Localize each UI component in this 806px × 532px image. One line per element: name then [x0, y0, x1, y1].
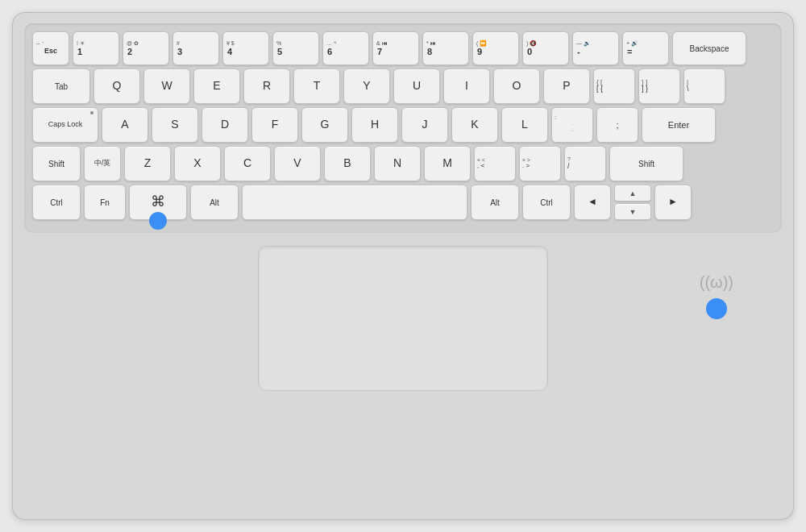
keyboard-area: ~ ` Esc ! ☀ 1 @ ✿ 2 # 3 ¥ $ 4 % 5 [24, 23, 782, 233]
key-w[interactable]: W [143, 69, 190, 104]
key-semicolon[interactable]: ; [596, 107, 638, 143]
key-3[interactable]: # 3 [172, 31, 219, 65]
key-8[interactable]: * ⏭ 8 [422, 31, 469, 65]
key-bracket-left[interactable]: { [ [ { [593, 69, 635, 104]
laptop-body: ~ ` Esc ! ☀ 1 @ ✿ 2 # 3 ¥ $ 4 % 5 [12, 12, 794, 520]
key-s[interactable]: S [152, 107, 198, 143]
key-2[interactable]: @ ✿ 2 [123, 31, 169, 65]
key-zh-en[interactable]: 中/英 [84, 146, 121, 181]
key-arrow-up[interactable]: ▲ [614, 185, 651, 202]
key-arrow-right[interactable]: ► [654, 185, 692, 220]
keyboard-row-5: Ctrl Fn ⌘ Alt Alt Ctrl ◄ [32, 185, 774, 220]
key-alt-left[interactable]: Alt [190, 185, 239, 220]
key-y[interactable]: Y [343, 69, 390, 104]
key-angle-right[interactable]: » > . > [519, 146, 561, 181]
key-7[interactable]: & ⏮ 7 [372, 31, 419, 65]
key-9[interactable]: ( ⏩ 9 [472, 31, 519, 65]
key-j[interactable]: J [401, 107, 448, 143]
key-arrow-down[interactable]: ▼ [614, 203, 651, 220]
key-enter[interactable]: Enter [642, 107, 716, 143]
key-ctrl-left[interactable]: Ctrl [32, 185, 81, 220]
key-space[interactable] [242, 185, 467, 220]
keyboard-row-1: ~ ` Esc ! ☀ 1 @ ✿ 2 # 3 ¥ $ 4 % 5 [32, 31, 774, 65]
key-a[interactable]: A [102, 107, 148, 143]
key-o[interactable]: O [493, 69, 540, 104]
key-caps-lock[interactable]: Caps Lock [32, 107, 98, 143]
key-colon[interactable]: : · · [551, 107, 593, 143]
key-g[interactable]: G [301, 107, 348, 143]
key-shift-left[interactable]: Shift [32, 146, 81, 181]
caps-lock-indicator [90, 111, 93, 114]
key-4[interactable]: ¥ $ 4 [222, 31, 269, 65]
touchpad[interactable] [258, 246, 548, 391]
wifi-icon: ((ω)) [700, 273, 733, 292]
key-l[interactable]: L [501, 107, 548, 143]
key-0[interactable]: ) 🔇 0 [522, 31, 569, 65]
key-angle-left[interactable]: « < , < [474, 146, 516, 181]
key-d[interactable]: D [202, 107, 248, 143]
key-tab[interactable]: Tab [32, 69, 90, 104]
key-backslash[interactable]: | \ [683, 69, 725, 104]
key-equal[interactable]: + 🔊 = [622, 31, 669, 65]
key-v[interactable]: V [274, 146, 321, 181]
fingerprint-blue-dot [706, 298, 727, 319]
key-cmd[interactable]: ⌘ [129, 185, 187, 220]
key-r[interactable]: R [243, 69, 290, 104]
key-esc[interactable]: ~ ` Esc [32, 31, 69, 65]
key-5[interactable]: % 5 [272, 31, 319, 65]
key-t[interactable]: T [293, 69, 340, 104]
key-shift-right[interactable]: Shift [609, 146, 683, 181]
key-q[interactable]: Q [93, 69, 140, 104]
key-h[interactable]: H [351, 107, 398, 143]
keyboard-row-2: Tab Q W E R T Y U I O P { [ [ { } ] ] } … [32, 69, 774, 104]
key-m[interactable]: M [424, 146, 471, 181]
key-p[interactable]: P [543, 69, 590, 104]
keyboard-row-3: Caps Lock A S D F G H J K L : · · ; Ente… [32, 107, 774, 143]
key-updown-group: ▲ ▼ [614, 185, 651, 220]
bottom-area: ((ω)) [24, 233, 782, 391]
key-1[interactable]: ! ☀ 1 [73, 31, 119, 65]
key-alt-right[interactable]: Alt [471, 185, 519, 220]
key-ctrl-right[interactable]: Ctrl [522, 185, 571, 220]
keyboard-row-4: Shift 中/英 Z X C V B N M « < , < » > . > … [32, 146, 774, 181]
key-i[interactable]: I [443, 69, 490, 104]
key-z[interactable]: Z [124, 146, 171, 181]
key-fn[interactable]: Fn [84, 185, 126, 220]
key-n[interactable]: N [374, 146, 421, 181]
key-minus[interactable]: — 🔉 - [572, 31, 619, 65]
key-u[interactable]: U [393, 69, 440, 104]
cmd-blue-dot [149, 212, 167, 230]
key-6[interactable]: … ^ 6 [322, 31, 369, 65]
key-c[interactable]: C [224, 146, 271, 181]
key-b[interactable]: B [324, 146, 371, 181]
key-x[interactable]: X [174, 146, 221, 181]
key-bracket-right[interactable]: } ] ] } [638, 69, 680, 104]
key-f[interactable]: F [251, 107, 298, 143]
key-e[interactable]: E [193, 69, 240, 104]
key-arrow-left[interactable]: ◄ [574, 185, 611, 220]
key-k[interactable]: K [451, 107, 498, 143]
key-slash[interactable]: ? / [564, 146, 606, 181]
key-backspace[interactable]: Backspace [672, 31, 746, 65]
